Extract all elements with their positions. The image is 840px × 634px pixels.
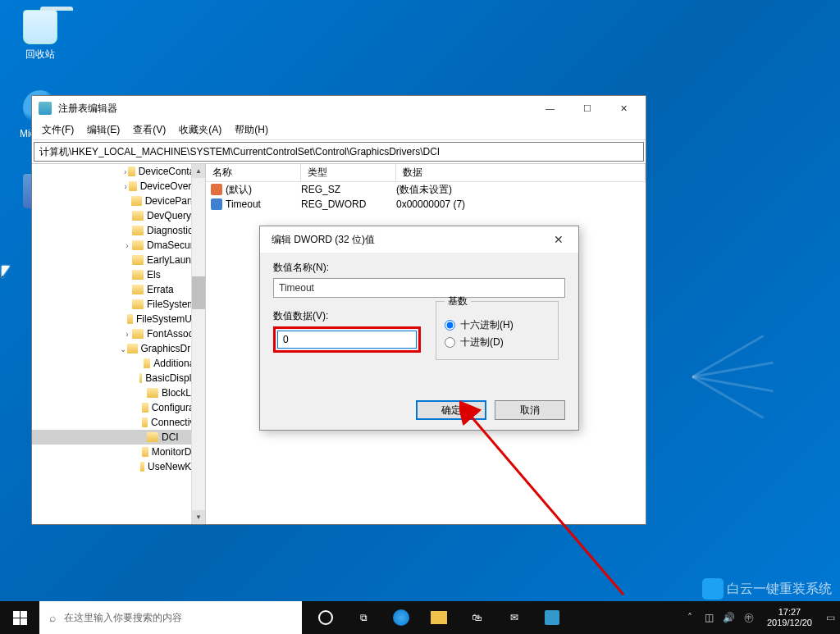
expand-icon[interactable]: ›	[122, 182, 129, 191]
reg-sz-icon	[211, 184, 222, 195]
tree-item[interactable]: UseNewKe...	[32, 459, 205, 474]
search-box[interactable]: ⌕ 在这里输入你要搜索的内容	[39, 601, 302, 634]
start-button[interactable]	[0, 601, 39, 634]
tree-item[interactable]: EarlyLaunch	[32, 253, 205, 267]
folder-icon	[144, 358, 151, 368]
radix-group: 基数 十六进制(H) 十进制(D)	[436, 294, 559, 360]
tree-item[interactable]: Diagnostics	[32, 223, 205, 238]
col-type[interactable]: 类型	[301, 164, 396, 181]
value-data-input[interactable]	[277, 331, 417, 349]
regedit-title: 注册表编辑器	[58, 102, 532, 116]
tree-item[interactable]: FileSystem	[32, 297, 205, 312]
explorer-taskbar-icon[interactable]	[420, 601, 458, 634]
action-center-icon[interactable]: ▭	[820, 612, 840, 623]
menu-view[interactable]: 查看(V)	[126, 121, 172, 139]
menu-favorites[interactable]: 收藏夹(A)	[172, 121, 228, 139]
col-name[interactable]: 名称	[206, 164, 301, 181]
col-data[interactable]: 数据	[396, 164, 646, 181]
tree-item[interactable]: Els	[32, 267, 205, 282]
radix-hex-option[interactable]: 十六进制(H)	[445, 318, 550, 332]
tree-label: Diagnostics	[147, 225, 198, 236]
recycle-bin-label: 回收站	[11, 48, 69, 62]
tree-item[interactable]: Connectivi...	[32, 415, 205, 430]
scroll-up-icon[interactable]: ▲	[192, 164, 205, 178]
folder-icon	[140, 462, 144, 472]
expand-icon[interactable]: ⌄	[119, 344, 127, 353]
tree-item[interactable]: DevicePanels	[32, 194, 205, 208]
tray-ime-icon[interactable]: ㊥	[739, 611, 759, 625]
tray-volume-icon[interactable]: 🔊	[719, 612, 739, 623]
radix-dec-radio[interactable]	[445, 337, 455, 348]
tree-label: Els	[147, 269, 161, 281]
cortana-icon[interactable]	[307, 601, 345, 634]
tree-item[interactable]: ›DeviceOverri...	[32, 179, 205, 194]
menu-file[interactable]: 文件(F)	[35, 121, 80, 139]
dialog-close-button[interactable]: ✕	[542, 228, 575, 251]
scroll-thumb[interactable]	[192, 276, 205, 309]
folder-icon	[132, 226, 144, 235]
folder-icon	[142, 403, 148, 413]
folder-icon	[142, 447, 148, 457]
address-text: 计算机\HKEY_LOCAL_MACHINE\SYSTEM\CurrentCon…	[39, 145, 440, 159]
regedit-titlebar[interactable]: 注册表编辑器 — ☐ ✕	[32, 96, 646, 121]
ok-button[interactable]: 确定	[416, 400, 486, 420]
tree-item[interactable]: DCI	[32, 430, 205, 445]
radix-legend: 基数	[445, 294, 471, 308]
expand-icon[interactable]: ›	[122, 330, 132, 339]
tree-item[interactable]: Additional...	[32, 356, 205, 371]
tray-chevron-icon[interactable]: ˄	[680, 612, 700, 623]
tree-item[interactable]: Errata	[32, 282, 205, 297]
taskbar-clock[interactable]: 17:27 2019/12/20	[759, 607, 820, 628]
folder-icon	[131, 196, 142, 206]
tree-item[interactable]: BlockList	[32, 385, 205, 400]
taskbar: ⌕ 在这里输入你要搜索的内容 ⧉ 🛍 ✉ ˄ ◫ 🔊 ㊥ 17:27 2019/…	[0, 601, 840, 634]
menu-edit[interactable]: 编辑(E)	[80, 121, 126, 139]
tree-item[interactable]: FileSystemUti...	[32, 312, 205, 326]
tree-item[interactable]: ⌄GraphicsDriv...	[32, 341, 205, 356]
tree-item[interactable]: MonitorDa...	[32, 445, 205, 459]
folder-icon	[127, 314, 133, 324]
menu-help[interactable]: 帮助(H)	[228, 121, 275, 139]
scroll-down-icon[interactable]: ▼	[192, 510, 205, 524]
mail-taskbar-icon[interactable]: ✉	[495, 601, 533, 634]
cancel-button[interactable]: 取消	[495, 400, 565, 420]
tree-label: DCI	[162, 431, 179, 443]
reg-dw-icon	[211, 198, 222, 210]
regedit-taskbar-icon[interactable]	[533, 601, 571, 634]
windows-wallpaper-logo	[668, 312, 799, 443]
close-button[interactable]: ✕	[605, 97, 642, 120]
tree-scrollbar[interactable]: ▲ ▼	[191, 164, 205, 524]
edge-taskbar-icon[interactable]	[382, 601, 420, 634]
tree-item[interactable]: ›DmaSecurity	[32, 238, 205, 253]
tree-label: DevQuery	[147, 210, 191, 221]
tree-item[interactable]: DevQuery	[32, 208, 205, 223]
tree-item[interactable]: ›DeviceContai...	[32, 164, 205, 179]
recycle-bin-icon[interactable]: 回收站	[11, 10, 69, 62]
minimize-button[interactable]: —	[532, 97, 568, 120]
list-row[interactable]: TimeoutREG_DWORD0x00000007 (7)	[206, 197, 646, 212]
folder-icon	[132, 329, 144, 339]
expand-icon[interactable]: ›	[122, 241, 132, 250]
registry-tree[interactable]: ›DeviceContai...›DeviceOverri...DevicePa…	[32, 164, 206, 524]
maximize-button[interactable]: ☐	[568, 97, 605, 120]
folder-icon	[128, 166, 135, 176]
tray-network-icon[interactable]: ◫	[700, 612, 719, 623]
name-label: 数值名称(N):	[273, 261, 565, 275]
folder-icon	[127, 344, 137, 353]
tree-item[interactable]: BasicDispla...	[32, 371, 205, 385]
radix-dec-option[interactable]: 十进制(D)	[445, 335, 550, 349]
folder-icon	[147, 432, 158, 442]
menubar: 文件(F) 编辑(E) 查看(V) 收藏夹(A) 帮助(H)	[32, 121, 646, 140]
tree-label: FileSystem	[147, 299, 195, 310]
expand-icon[interactable]: ›	[122, 167, 128, 176]
data-input-highlight	[273, 326, 421, 353]
tree-item[interactable]: Configurat...	[32, 400, 205, 415]
list-row[interactable]: (默认)REG_SZ(数值未设置)	[206, 182, 646, 197]
store-taskbar-icon[interactable]: 🛍	[458, 601, 495, 634]
search-icon: ⌕	[49, 611, 56, 624]
folder-icon	[132, 240, 144, 250]
radix-hex-radio[interactable]	[445, 320, 455, 331]
task-view-icon[interactable]: ⧉	[345, 601, 382, 634]
tree-item[interactable]: ›FontAssoc	[32, 326, 205, 341]
address-bar[interactable]: 计算机\HKEY_LOCAL_MACHINE\SYSTEM\CurrentCon…	[34, 142, 644, 162]
